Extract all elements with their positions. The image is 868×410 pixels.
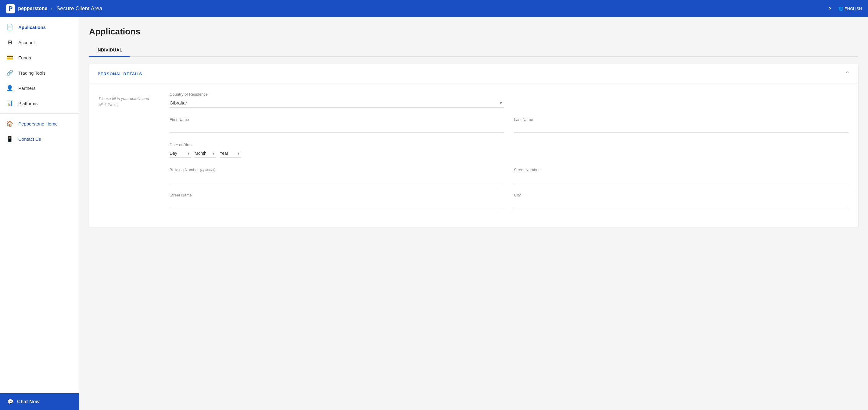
street-number-group: Street Number	[514, 168, 848, 183]
card-body: Please fill in your details and click 'N…	[89, 83, 858, 227]
tab-individual[interactable]: INDIVIDUAL	[89, 44, 130, 57]
globe-icon: 🌐	[838, 6, 843, 11]
dob-selects: Day ▼ Month ▼	[169, 149, 504, 158]
header-title: Secure Client Area	[56, 5, 102, 12]
sidebar-label-contact-us: Contact Us	[18, 136, 41, 142]
dob-year-select[interactable]: Year	[220, 149, 241, 158]
last-name-label: Last Name	[514, 117, 848, 122]
sidebar-label-funds: Funds	[18, 55, 31, 60]
dob-day-select[interactable]: Day	[169, 149, 191, 158]
logo-area: P pepperstone	[6, 4, 47, 13]
sidebar: 📄 Applications ⊞ Account 💳 Funds 🔗 Tradi…	[0, 17, 79, 410]
section-title: PERSONAL DETAILS	[98, 72, 142, 76]
city-input[interactable]	[514, 199, 848, 208]
building-row: Building Number (optional) Street Number	[99, 168, 848, 183]
chat-label: Chat Now	[17, 399, 40, 405]
sidebar-divider	[0, 113, 79, 114]
partners-icon: 👤	[6, 85, 13, 91]
platforms-icon: 📊	[6, 100, 13, 107]
applications-icon: 📄	[6, 24, 13, 30]
header-right: ⚬ 🌐 ENGLISH	[827, 5, 862, 12]
language-button[interactable]: 🌐 ENGLISH	[838, 6, 862, 11]
city-group: City	[514, 193, 848, 208]
street-name-group: Street Name	[169, 193, 504, 208]
collapse-button[interactable]: ⌃	[845, 70, 850, 77]
sidebar-label-trading-tools: Trading Tools	[18, 70, 45, 75]
sidebar-label-partners: Partners	[18, 86, 36, 91]
language-label: ENGLISH	[844, 6, 862, 11]
sidebar-bottom: 💬 Chat Now	[0, 393, 79, 410]
trading-tools-icon: 🔗	[6, 69, 13, 76]
street-name-label: Street Name	[169, 193, 504, 197]
logo-box: P	[6, 4, 15, 13]
sidebar-item-partners[interactable]: 👤 Partners	[0, 80, 79, 96]
street-number-label: Street Number	[514, 168, 848, 172]
dob-row: Date of Birth Day ▼ Month	[99, 142, 848, 158]
building-number-label: Building Number (optional)	[169, 168, 504, 172]
account-icon: ⊞	[6, 39, 13, 46]
first-name-group: First Name	[169, 117, 504, 133]
country-select[interactable]: Gibraltar United Kingdom Australia New Z…	[169, 98, 504, 107]
sidebar-label-applications: Applications	[18, 25, 46, 30]
country-label: Country of Residence	[169, 92, 504, 97]
city-label: City	[514, 193, 848, 197]
sidebar-label-pepperstone-home: Pepperstone Home	[18, 121, 58, 127]
dob-group: Date of Birth Day ▼ Month	[169, 142, 504, 158]
sidebar-item-platforms[interactable]: 📊 Platforms	[0, 96, 79, 111]
page-title: Applications	[89, 27, 858, 37]
dob-month-wrap: Month ▼	[194, 149, 216, 158]
country-group: Country of Residence Gibraltar United Ki…	[169, 92, 504, 107]
sidebar-item-funds[interactable]: 💳 Funds	[0, 50, 79, 65]
dob-year-wrap: Year ▼	[220, 149, 241, 158]
back-button[interactable]: ‹	[51, 5, 53, 12]
sidebar-item-pepperstone-home[interactable]: 🏠 Pepperstone Home	[0, 116, 79, 131]
chat-icon: 💬	[7, 399, 13, 405]
street-name-input[interactable]	[169, 199, 504, 208]
home-icon: 🏠	[6, 120, 13, 127]
funds-icon: 💳	[6, 54, 13, 61]
building-number-input[interactable]	[169, 174, 504, 183]
sidebar-label-account: Account	[18, 40, 35, 45]
street-number-input[interactable]	[514, 174, 848, 183]
logo-letter: P	[8, 5, 12, 12]
sidebar-item-applications[interactable]: 📄 Applications	[0, 20, 79, 35]
chat-now-button[interactable]: 💬 Chat Now	[0, 393, 79, 410]
user-icon[interactable]: ⚬	[827, 5, 832, 12]
card-header: PERSONAL DETAILS ⌃	[89, 64, 858, 83]
form-note: Please fill in your details and click 'N…	[99, 96, 154, 107]
applications-card: PERSONAL DETAILS ⌃ Please fill in your d…	[89, 64, 858, 227]
main-content: Applications INDIVIDUAL PERSONAL DETAILS…	[79, 17, 868, 410]
sidebar-label-platforms: Platforms	[18, 101, 37, 106]
contact-icon: 📱	[6, 136, 13, 142]
sidebar-item-account[interactable]: ⊞ Account	[0, 35, 79, 50]
logo-name: pepperstone	[18, 6, 47, 11]
street-city-row: Street Name City	[99, 193, 848, 208]
name-row: First Name Last Name	[99, 117, 848, 133]
building-number-group: Building Number (optional)	[169, 168, 504, 183]
main-layout: 📄 Applications ⊞ Account 💳 Funds 🔗 Tradi…	[0, 17, 868, 410]
country-select-wrapper: Gibraltar United Kingdom Australia New Z…	[169, 98, 504, 107]
first-name-input[interactable]	[169, 124, 504, 133]
building-optional-label: (optional)	[200, 168, 215, 172]
dob-month-select[interactable]: Month	[194, 149, 216, 158]
tabs: INDIVIDUAL	[89, 44, 858, 57]
last-name-group: Last Name	[514, 117, 848, 133]
sidebar-nav: 📄 Applications ⊞ Account 💳 Funds 🔗 Tradi…	[0, 17, 79, 393]
top-header: P pepperstone ‹ Secure Client Area ⚬ 🌐 E…	[0, 0, 868, 17]
country-row: Please fill in your details and click 'N…	[99, 92, 848, 107]
dob-day-wrap: Day ▼	[169, 149, 191, 158]
first-name-label: First Name	[169, 117, 504, 122]
last-name-input[interactable]	[514, 124, 848, 133]
dob-label: Date of Birth	[169, 142, 504, 147]
sidebar-item-contact-us[interactable]: 📱 Contact Us	[0, 131, 79, 146]
sidebar-item-trading-tools[interactable]: 🔗 Trading Tools	[0, 65, 79, 80]
